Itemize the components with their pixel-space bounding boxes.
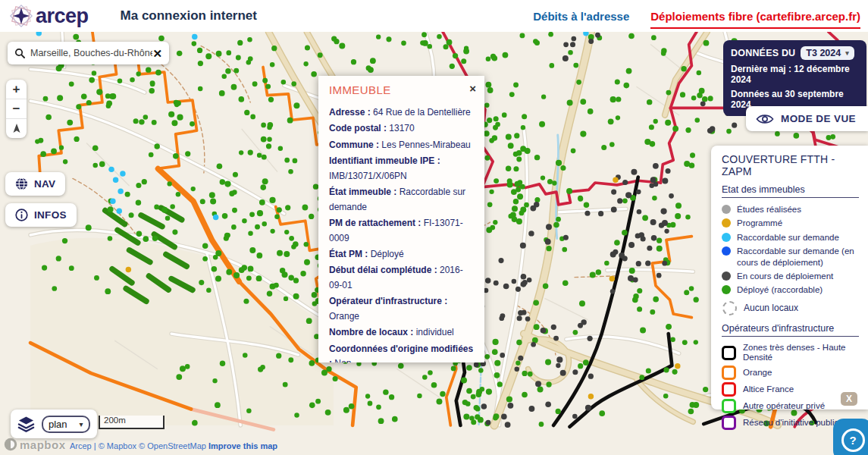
legend-status-item: Raccordable sur demande (en cours de dép…	[722, 246, 859, 268]
improve-map-link[interactable]: Improve this map	[208, 441, 277, 450]
status-dot-icon	[722, 218, 731, 228]
data-period-label: DONNÉES DU	[731, 48, 795, 58]
popup-field: État immeuble : Raccordable sur demande	[329, 185, 474, 215]
operator-zone-icon	[722, 382, 736, 397]
search-input[interactable]: Marseille, Bouches-du-Rhône, Fr	[30, 48, 152, 58]
status-dot-icon	[722, 233, 731, 242]
immeuble-popup: IMMEUBLE × Adresse : 64 Rue de la Dentel…	[318, 76, 484, 362]
arcep-logo-text: arcep	[36, 5, 89, 28]
popup-field: Nombre de locaux : individuel	[329, 325, 474, 340]
period-select-value: T3 2024	[806, 48, 841, 58]
legend-operator-item: Zones très denses - Haute Densité	[722, 343, 859, 364]
question-mark-icon: ?	[841, 428, 865, 452]
infos-button-label: INFOS	[34, 209, 67, 221]
link-debits-adresse[interactable]: Débits à l'adresse	[533, 10, 629, 23]
zoom-in-button[interactable]: +	[6, 80, 27, 99]
legend-panel: COUVERTURE FTTH - ZAPM Etat des immeuble…	[711, 146, 868, 410]
map-zoom-control: + −	[6, 80, 27, 138]
operator-zone-icon	[722, 366, 736, 380]
link-deploiements-fibre[interactable]: Déploiements fibre (cartefibre.arcep.fr)	[650, 10, 860, 29]
help-button[interactable]: ?	[833, 419, 868, 455]
layer-switcher: plan ▾	[11, 410, 97, 438]
search-clear-icon[interactable]: ✕	[152, 48, 162, 59]
legend-operator-item: Altice France	[722, 382, 859, 397]
status-dot-icon	[722, 271, 731, 281]
legend-status-item: Déployé (raccordable)	[722, 284, 859, 295]
status-label: Raccordable sur demande	[737, 232, 839, 243]
nav-button[interactable]: NAV	[5, 172, 65, 196]
operator-label: Autre opérateur privé	[743, 401, 825, 412]
layer-select-value: plan	[49, 419, 67, 430]
operator-zone-icon	[722, 346, 736, 360]
legend-section-operators: Opérateurs d'infrastructure	[722, 323, 859, 337]
status-dot-icon	[722, 246, 731, 256]
scale-label: 200m	[104, 416, 126, 425]
popup-field: Coordonnées d'origine modifiées : Non	[329, 342, 474, 362]
mapbox-logo[interactable]: mapbox	[4, 438, 66, 451]
header-links: Débits à l'adresse Déploiements fibre (c…	[533, 10, 868, 23]
top-bar: arcep Ma connexion internet Débits à l'a…	[0, 0, 868, 32]
nav-button-label: NAV	[34, 178, 55, 190]
status-label: Raccordable sur demande (en cours de dép…	[737, 246, 859, 268]
legend-status-item: Études réalisées	[722, 204, 859, 215]
mapbox-icon	[4, 438, 17, 451]
popup-field: Code postal : 13170	[329, 121, 474, 136]
last-update-text: Dernière maj : 12 décembre 2024	[731, 64, 859, 85]
operator-label: Altice France	[743, 384, 794, 395]
data-period-panel: DONNÉES DU T3 2024 ▾ Dernière maj : 12 d…	[723, 40, 866, 116]
operator-label: Orange	[743, 368, 772, 378]
info-icon	[15, 209, 28, 221]
arcep-logo[interactable]: arcep	[8, 2, 89, 30]
status-dot-icon	[722, 205, 731, 214]
legend-status-item: Raccordable sur demande	[722, 232, 859, 243]
operator-zone-icon	[722, 416, 736, 430]
popup-field: État PM : Déployé	[329, 247, 474, 262]
operator-label: Zones très denses - Haute Densité	[743, 343, 859, 364]
dashed-circle-icon	[722, 301, 737, 315]
map-scale-bar: 200m	[99, 416, 165, 429]
legend-no-premises: Aucun locaux	[722, 301, 859, 315]
zoom-out-button[interactable]: −	[6, 99, 27, 119]
legend-title: COUVERTURE FTTH - ZAPM	[722, 153, 859, 177]
popup-field: Commune : Les Pennes-Mirabeau	[329, 138, 474, 152]
legend-operator-list: Zones très denses - Haute DensitéOrangeA…	[722, 343, 859, 431]
mode-de-vue-label: MODE DE VUE	[781, 113, 856, 124]
status-label: Programmé	[737, 218, 782, 228]
globe-icon	[15, 177, 28, 190]
infos-button[interactable]: INFOS	[5, 203, 77, 227]
chevron-down-icon: ▾	[80, 420, 83, 428]
popup-field: Opérateur d'infrastructure : Orange	[329, 294, 474, 324]
search-box[interactable]: Marseille, Bouches-du-Rhône, Fr ✕	[8, 42, 169, 64]
legend-status-item: Programmé	[722, 218, 859, 228]
status-label: Études réalisées	[737, 204, 801, 215]
arcep-pinwheel-icon	[8, 2, 35, 30]
compass-button[interactable]	[6, 119, 27, 138]
status-dot-icon	[722, 285, 731, 294]
legend-operator-item: Orange	[722, 366, 859, 380]
legend-no-premises-label: Aucun locaux	[744, 303, 798, 313]
popup-title: IMMEUBLE	[329, 83, 474, 96]
status-label: Déployé (raccordable)	[737, 284, 823, 295]
chevron-down-icon: ▾	[845, 49, 849, 57]
popup-field: Début délai complétude : 2016-09-01	[329, 263, 474, 293]
legend-operator-item: Autre opérateur privé	[722, 399, 859, 413]
period-select[interactable]: T3 2024 ▾	[801, 46, 854, 60]
attribution-text: Arcep | © Mapbox © OpenStreetMap	[70, 441, 208, 450]
map-attribution: Arcep | © Mapbox © OpenStreetMap Improve…	[70, 441, 277, 450]
page-title: Ma connexion internet	[121, 8, 257, 24]
layers-icon	[17, 416, 35, 432]
popup-field: Adresse : 64 Rue de la Dentellière	[329, 105, 474, 120]
popup-close-icon[interactable]: ×	[469, 83, 476, 94]
eye-icon	[756, 113, 774, 125]
compass-needle-icon	[11, 123, 22, 135]
popup-field: PM de rattachement : FI-13071-0009	[329, 216, 474, 246]
layer-select[interactable]: plan ▾	[42, 416, 90, 433]
operator-zone-icon	[722, 399, 736, 413]
legend-close-button[interactable]: X	[841, 392, 857, 406]
status-label: En cours de déploiement	[737, 271, 833, 281]
legend-section-statuses: Etat des immeubles	[722, 184, 859, 198]
popup-fields: Adresse : 64 Rue de la DentellièreCode p…	[329, 105, 474, 362]
mode-de-vue-button[interactable]: MODE DE VUE	[746, 106, 868, 131]
legend-status-list: Études réaliséesProgramméRaccordable sur…	[722, 204, 859, 296]
legend-status-item: En cours de déploiement	[722, 271, 859, 281]
